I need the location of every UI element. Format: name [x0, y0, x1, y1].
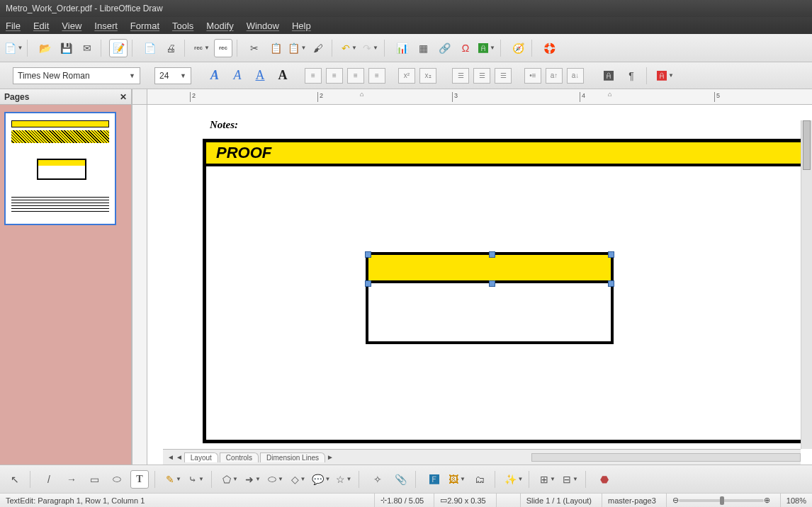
connector-tool-button[interactable]: ⤷▼: [187, 470, 205, 489]
tab-nav-first[interactable]: ◄: [167, 453, 174, 461]
menu-window[interactable]: Window: [247, 21, 279, 31]
character-dialog-button[interactable]: 🅰: [599, 67, 618, 85]
menu-edit[interactable]: Edit: [33, 21, 49, 31]
horizontal-ruler[interactable]: 2 2 ⌂ 3 4 ⌂ 5: [147, 89, 812, 105]
bold-button[interactable]: A: [205, 67, 224, 85]
linespacing-1-button[interactable]: ☰: [452, 68, 469, 84]
ellipse-tool-button[interactable]: ⬭: [108, 470, 126, 489]
redo-button[interactable]: ↷▼: [361, 39, 380, 57]
font-color-button[interactable]: 🅰▼: [656, 67, 675, 85]
menu-view[interactable]: View: [62, 21, 81, 31]
resize-handle-c[interactable]: [489, 280, 495, 287]
menu-file[interactable]: File: [6, 21, 21, 31]
tab-nav-next[interactable]: ►: [327, 453, 334, 461]
resize-handle-n[interactable]: [489, 251, 495, 258]
tab-layout[interactable]: Layout: [184, 452, 218, 462]
resize-handle-nw[interactable]: [365, 251, 371, 258]
resize-handle-w[interactable]: [365, 280, 371, 287]
menu-help[interactable]: Help: [292, 21, 311, 31]
align-center-button[interactable]: ≡: [326, 68, 343, 84]
extrusion-button[interactable]: ⬣: [595, 470, 614, 489]
block-arrows-button[interactable]: ⬭▼: [266, 470, 285, 489]
zoom-out-icon[interactable]: ⊖: [672, 496, 679, 505]
gallery-button[interactable]: 🗂: [470, 470, 489, 489]
status-master[interactable]: master-page3: [602, 494, 656, 507]
export-pdf-button[interactable]: 📄: [140, 39, 159, 57]
hyperlink-button[interactable]: 🔗: [435, 39, 453, 57]
chart-button[interactable]: 📊: [393, 39, 411, 57]
linespacing-2-button[interactable]: ☰: [495, 68, 512, 84]
tab-dimension-lines[interactable]: Dimension Lines: [260, 452, 325, 462]
align-right-button[interactable]: ≡: [347, 68, 364, 84]
copy-button[interactable]: 📋: [266, 39, 285, 57]
paragraph-dialog-button[interactable]: ¶: [622, 67, 641, 85]
bullets-button[interactable]: •≡: [524, 68, 541, 84]
cut-button[interactable]: ✂: [245, 39, 264, 57]
edit-points-button[interactable]: ✧: [368, 470, 387, 489]
vertical-scroll-thumb[interactable]: [803, 120, 811, 170]
menu-tools[interactable]: Tools: [172, 21, 193, 31]
underline-button[interactable]: A: [251, 67, 269, 85]
zoom-in-icon[interactable]: ⊕: [764, 496, 770, 505]
status-zoom[interactable]: 108%: [780, 494, 806, 507]
glue-points-button[interactable]: 📎: [391, 470, 410, 489]
superscript-button[interactable]: x²: [398, 68, 415, 84]
help-button[interactable]: 🛟: [540, 39, 558, 57]
special-char-button[interactable]: Ω: [456, 39, 475, 57]
menu-format[interactable]: Format: [130, 21, 159, 31]
from-file-button[interactable]: 🖼▼: [448, 470, 466, 489]
font-name-combo[interactable]: Times New Roman ▼: [13, 67, 140, 84]
decrease-font-button[interactable]: a↓: [567, 68, 584, 84]
menu-modify[interactable]: Modify: [206, 21, 233, 31]
flowchart-button[interactable]: ◇▼: [289, 470, 308, 489]
macro-rec2-button[interactable]: rec: [214, 39, 232, 57]
format-paintbrush-button[interactable]: 🖌: [309, 39, 327, 57]
open-button[interactable]: 📂: [35, 39, 54, 57]
font-plain-button[interactable]: A: [274, 67, 292, 85]
rectangle-tool-button[interactable]: ▭: [85, 470, 103, 489]
align-justify-button[interactable]: ≡: [368, 68, 385, 84]
arrow-tool-button[interactable]: →: [62, 470, 81, 489]
table-button[interactable]: ▦: [414, 39, 432, 57]
pages-panel-close-icon[interactable]: ✕: [120, 92, 127, 102]
italic-button[interactable]: A: [228, 67, 247, 85]
symbol-shapes-button[interactable]: ➜▼: [244, 470, 262, 489]
curve-tool-button[interactable]: ✎▼: [164, 470, 183, 489]
tab-controls[interactable]: Controls: [220, 452, 259, 462]
save-button[interactable]: 💾: [57, 39, 75, 57]
horizontal-scrollbar[interactable]: [531, 453, 801, 462]
fontwork-gallery-button[interactable]: 🅵: [425, 470, 444, 489]
drawing-canvas[interactable]: Notes: PROOF: [147, 105, 812, 465]
increase-font-button[interactable]: a↑: [546, 68, 563, 84]
selected-object[interactable]: [366, 252, 614, 344]
navigator-button[interactable]: 🧭: [509, 39, 527, 57]
new-button[interactable]: 📄▼: [4, 39, 23, 57]
zoom-slider[interactable]: [679, 499, 764, 502]
undo-button[interactable]: ↶▼: [340, 39, 359, 57]
page-thumbnail[interactable]: [4, 112, 116, 225]
text-tool-button[interactable]: T: [130, 470, 149, 489]
print-button[interactable]: 🖨: [162, 39, 180, 57]
resize-handle-e[interactable]: [608, 280, 614, 287]
vertical-scrollbar[interactable]: [801, 120, 812, 449]
stars-button[interactable]: ☆▼: [334, 470, 353, 489]
alignment-button[interactable]: ⊞▼: [538, 470, 557, 489]
select-tool-button[interactable]: ↖: [6, 470, 24, 489]
font-size-combo[interactable]: 24 ▼: [154, 67, 191, 84]
resize-handle-ne[interactable]: [608, 251, 614, 258]
zoom-slider-thumb[interactable]: [720, 496, 724, 505]
effects-button[interactable]: ✨▼: [504, 470, 523, 489]
edit-file-button[interactable]: 📝: [109, 39, 128, 57]
line-tool-button[interactable]: /: [40, 470, 58, 489]
paste-button[interactable]: 📋▼: [288, 39, 306, 57]
subscript-button[interactable]: x₂: [419, 68, 436, 84]
macro-rec1-button[interactable]: rec▼: [193, 39, 211, 57]
mail-button[interactable]: ✉: [78, 39, 96, 57]
tab-nav-prev[interactable]: ◄: [176, 453, 183, 461]
align-left-button[interactable]: ≡: [305, 68, 322, 84]
menu-insert[interactable]: Insert: [94, 21, 118, 31]
basic-shapes-button[interactable]: ⬠▼: [221, 470, 239, 489]
linespacing-15-button[interactable]: ☰: [473, 68, 490, 84]
fontwork-button[interactable]: 🅰▼: [478, 39, 496, 57]
callout-button[interactable]: 💬▼: [312, 470, 330, 489]
